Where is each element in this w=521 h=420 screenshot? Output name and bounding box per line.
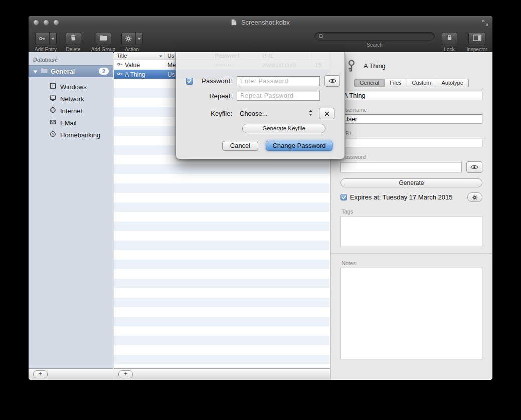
sidebar-item-label: Homebanking (60, 131, 100, 139)
column-header-title[interactable]: Title (114, 52, 164, 60)
sheet-password-label: Password: (196, 77, 232, 85)
keyfile-dropdown[interactable]: Choose... (237, 109, 314, 119)
eye-icon (470, 163, 478, 172)
search-icon (318, 32, 324, 41)
add-entry-label: Add Entry (35, 47, 57, 52)
tab-custom[interactable]: Custom (407, 79, 437, 87)
key-icon (36, 33, 49, 45)
inspector-button[interactable] (468, 32, 485, 45)
lock-group: Lock (440, 32, 459, 52)
window-title: Screenshot.kdbx (29, 19, 492, 27)
folder-icon (40, 67, 48, 75)
search-group: Search (312, 32, 437, 48)
username-label: Username (341, 107, 481, 113)
reveal-password-button[interactable] (466, 161, 482, 173)
sheet-keyfile-label: Keyfile: (196, 110, 232, 117)
entry-count-badge: 2 (99, 68, 109, 75)
inspector-panel: A Thing General Files Custom Autotype Us… (330, 52, 492, 380)
repeat-password-input[interactable] (237, 91, 320, 101)
disclosure-triangle-icon[interactable] (33, 68, 38, 75)
action-label: Action (125, 47, 139, 52)
sidebar-item-label: Internet (60, 107, 82, 115)
new-password-input[interactable] (237, 76, 320, 86)
sheet-repeat-label: Repeat: (196, 92, 232, 100)
monitor-icon (50, 95, 56, 103)
entry-title: A Thing (125, 71, 145, 78)
sidebar-item-network[interactable]: Network (29, 93, 113, 105)
username-field[interactable] (340, 114, 482, 124)
expiry-options-button[interactable] (467, 192, 482, 202)
column-header-label: Title (117, 52, 127, 60)
tags-label: Tags (341, 208, 481, 215)
toolbar: Add Entry Delete Add Group Action (29, 29, 492, 53)
sort-indicator-icon (159, 52, 162, 60)
sidebar-item-homebanking[interactable]: $ Homebanking (29, 129, 113, 141)
sidebar-section-header: Database (29, 52, 113, 65)
trash-icon (70, 34, 77, 43)
dollar-coin-icon: $ (50, 131, 56, 139)
reveal-password-button[interactable] (324, 75, 340, 87)
change-password-button[interactable]: Change Password (266, 141, 332, 151)
fullscreen-icon[interactable] (482, 19, 488, 28)
lock-icon (446, 34, 453, 43)
close-icon (324, 111, 329, 116)
sidebar-item-email[interactable]: EMail (29, 117, 113, 129)
url-label: URL (341, 130, 481, 136)
sidebar-item-general[interactable]: General 2 (29, 65, 113, 77)
add-entry-plus-button[interactable]: + (118, 370, 133, 378)
tab-general[interactable]: General (354, 79, 385, 87)
tab-autotype[interactable]: Autotype (436, 79, 468, 87)
add-group-button[interactable] (96, 32, 111, 45)
add-group-plus-button[interactable]: + (33, 370, 48, 378)
password-label: Password (341, 154, 481, 160)
sidebar-bottom-bar: + (29, 368, 113, 380)
clear-keyfile-button[interactable] (319, 108, 334, 119)
tab-files[interactable]: Files (385, 79, 407, 87)
delete-group: Delete (62, 32, 84, 52)
title-field[interactable] (340, 91, 482, 100)
password-checkbox[interactable] (186, 78, 193, 85)
inspector-entry-title: A Thing (364, 62, 386, 70)
sidebar-item-label: Network (60, 95, 84, 103)
add-group-group: Add Group (89, 32, 118, 52)
globe-icon (50, 107, 56, 115)
lock-button[interactable] (442, 32, 457, 45)
sidebar-item-label: General (51, 68, 75, 75)
column-header-label: Us (167, 52, 174, 60)
password-field[interactable] (340, 162, 462, 172)
add-group-label: Add Group (91, 47, 115, 52)
sidebar-item-internet[interactable]: Internet (29, 105, 113, 117)
cancel-button[interactable]: Cancel (222, 141, 258, 151)
sidebar-item-label: Windows (60, 83, 87, 91)
titlebar[interactable]: Screenshot.kdbx (29, 16, 492, 30)
app-window: Screenshot.kdbx Add Entry Delete Add Gro… (29, 16, 492, 380)
document-icon[interactable] (231, 20, 237, 27)
notes-input[interactable] (340, 268, 482, 359)
add-entry-button[interactable] (35, 32, 57, 45)
entry-title: Value (125, 62, 140, 69)
generate-password-button[interactable]: Generate (340, 178, 482, 187)
folder-plus-icon (99, 34, 107, 43)
tags-input[interactable] (340, 216, 482, 247)
inspector-body: Username URL Password Generate Expires a… (330, 91, 492, 359)
lock-label: Lock (444, 47, 454, 52)
url-field[interactable] (340, 138, 482, 147)
section-divider (330, 253, 492, 254)
generate-keyfile-button[interactable]: Generate Keyfile (242, 124, 325, 133)
inspector-panel-icon (473, 34, 481, 43)
chevron-down-icon[interactable] (135, 33, 142, 45)
action-group: Action (120, 32, 144, 52)
search-input[interactable] (326, 33, 431, 41)
add-entry-group: Add Entry (33, 32, 59, 52)
sidebar-item-windows[interactable]: Windows (29, 81, 113, 93)
search-field[interactable] (314, 32, 435, 41)
change-password-sheet: Password: Repeat: Keyfile: Choose... Gen… (176, 52, 345, 159)
expires-checkbox[interactable] (340, 194, 347, 200)
search-label: Search (367, 42, 383, 48)
delete-button[interactable] (66, 32, 81, 45)
chevron-down-icon[interactable] (49, 33, 56, 45)
window-pane-icon (50, 83, 56, 91)
action-button[interactable] (121, 32, 143, 45)
svg-text:$: $ (52, 132, 54, 136)
keyfile-selected-value: Choose... (240, 110, 268, 117)
